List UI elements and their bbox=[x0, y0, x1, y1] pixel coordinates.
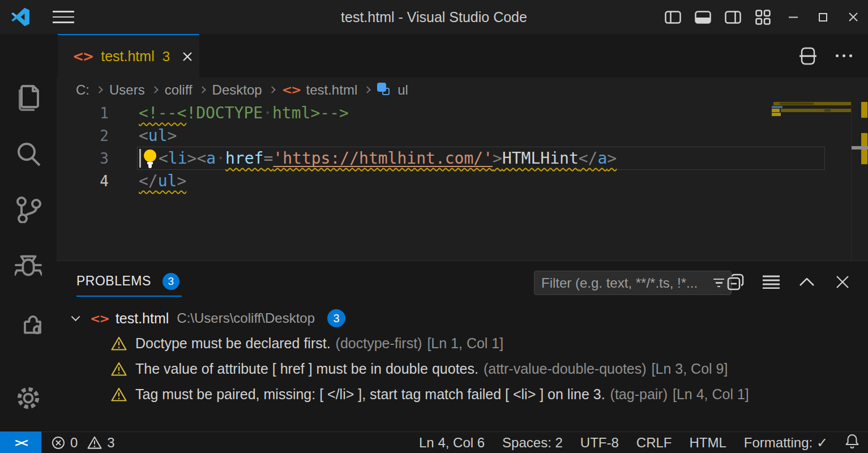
warning-icon bbox=[111, 362, 127, 376]
breadcrumb-users[interactable]: Users bbox=[109, 82, 145, 98]
problems-filter bbox=[534, 271, 732, 295]
close-panel-button[interactable] bbox=[834, 273, 851, 290]
problem-location: [Ln 1, Col 1] bbox=[427, 335, 503, 352]
chevron-right-icon bbox=[364, 86, 371, 93]
status-indentation[interactable]: Spaces: 2 bbox=[502, 435, 563, 451]
problems-panel: PROBLEMS 3 <> test.html C:\Users\coliff bbox=[57, 260, 868, 431]
breadcrumb-file[interactable]: test.html bbox=[306, 82, 358, 98]
problem-rule: (doctype-first) bbox=[336, 335, 422, 352]
problem-message: Doctype must be declared first. bbox=[135, 335, 331, 352]
breadcrumb-desktop[interactable]: Desktop bbox=[212, 82, 262, 98]
close-icon bbox=[182, 52, 193, 62]
tab-problems[interactable]: PROBLEMS 3 bbox=[76, 270, 182, 297]
toggle-primary-sidebar-button[interactable] bbox=[658, 0, 688, 34]
split-editor-button[interactable] bbox=[799, 48, 816, 65]
customize-layout-button[interactable] bbox=[748, 0, 778, 34]
remote-indicator[interactable]: >< bbox=[0, 431, 41, 453]
status-language[interactable]: HTML bbox=[690, 435, 726, 451]
toggle-secondary-sidebar-button[interactable] bbox=[718, 0, 748, 34]
symbol-element-icon bbox=[377, 83, 392, 97]
maximize-panel-button[interactable] bbox=[798, 273, 815, 290]
problem-location: [Ln 3, Col 9] bbox=[652, 361, 728, 377]
remote-icon: >< bbox=[15, 435, 27, 450]
toggle-panel-button[interactable] bbox=[688, 0, 718, 34]
problems-count-badge: 3 bbox=[163, 273, 179, 290]
problem-row[interactable]: The value of attribute [ href ] must be … bbox=[111, 358, 728, 379]
status-formatting[interactable]: Formatting: ✓ bbox=[744, 435, 828, 451]
list-lines-icon bbox=[763, 275, 780, 289]
status-eol[interactable]: CRLF bbox=[636, 435, 672, 451]
overview-ruler bbox=[851, 102, 868, 260]
warning-icon bbox=[111, 336, 127, 351]
code-editor[interactable]: 1 2 3 4 <!--<!DOCTYPE·html>--> <ul> <li>… bbox=[57, 102, 868, 260]
problem-row[interactable]: Doctype must be declared first. (doctype… bbox=[111, 332, 503, 354]
line-number-active: 4 bbox=[75, 170, 109, 193]
problem-rule: (attr-value-double-quotes) bbox=[484, 361, 647, 377]
status-problems-button[interactable]: 0 3 bbox=[52, 432, 115, 453]
check-icon: ✓ bbox=[816, 435, 828, 450]
problems-file-row[interactable]: <> test.html C:\Users\coliff\Desktop 3 bbox=[72, 307, 345, 329]
close-icon bbox=[849, 12, 858, 22]
chevron-right-icon bbox=[151, 86, 159, 93]
maximize-icon bbox=[819, 13, 827, 22]
tab-close-button[interactable] bbox=[180, 49, 195, 64]
warning-count-icon bbox=[87, 436, 102, 449]
run-debug-icon[interactable] bbox=[15, 253, 42, 280]
ruler-warning-marker bbox=[861, 102, 867, 118]
notifications-bell-button[interactable] bbox=[845, 434, 859, 452]
sidebar-left-icon bbox=[665, 11, 681, 24]
minimap[interactable] bbox=[772, 102, 851, 260]
problems-file-path: C:\Users\coliff\Desktop bbox=[177, 310, 315, 326]
problem-message: Tag must be paired, missing: [ </li> ], … bbox=[135, 386, 605, 403]
explorer-icon[interactable] bbox=[15, 84, 42, 111]
tab-bar: <> test.html 3 bbox=[57, 34, 868, 78]
breadcrumb: C: Users coliff Desktop <> test.html ul bbox=[57, 78, 868, 102]
line-number: 2 bbox=[75, 125, 109, 147]
bell-icon bbox=[845, 434, 859, 448]
title-bar: test.html - Visual Studio Code bbox=[0, 0, 868, 34]
line-number: 3 bbox=[75, 147, 109, 170]
minimap-line-3-marker bbox=[772, 109, 780, 112]
problem-message: The value of attribute [ href ] must be … bbox=[135, 361, 478, 377]
code-line-1: <!--<!DOCTYPE·html>--> bbox=[139, 102, 349, 125]
html-file-icon: <> bbox=[90, 311, 109, 326]
collapse-all-button[interactable] bbox=[727, 273, 744, 290]
chevron-up-icon bbox=[799, 278, 814, 286]
code-line-4: </ul> bbox=[139, 170, 186, 193]
extensions-icon[interactable] bbox=[15, 308, 42, 335]
filter-icon[interactable] bbox=[713, 279, 724, 288]
sidebar-right-icon bbox=[725, 11, 741, 24]
html-file-icon: <> bbox=[72, 49, 93, 65]
settings-gear-icon[interactable] bbox=[15, 384, 42, 412]
ruler-cursor-marker bbox=[852, 146, 868, 149]
maximize-button[interactable] bbox=[808, 0, 838, 34]
tab-test-html[interactable]: <> test.html 3 bbox=[58, 34, 199, 78]
minimap-line-3-text bbox=[824, 109, 831, 112]
breadcrumb-drive[interactable]: C: bbox=[76, 82, 89, 98]
problem-location: [Ln 4, Col 1] bbox=[673, 386, 749, 403]
code-line-2: <ul> bbox=[139, 125, 177, 147]
file-problem-badge: 3 bbox=[327, 309, 345, 327]
breadcrumb-coliff[interactable]: coliff bbox=[165, 82, 193, 98]
search-icon[interactable] bbox=[15, 140, 42, 168]
layout-grid-icon bbox=[755, 10, 771, 25]
problem-row[interactable]: Tag must be paired, missing: [ </li> ], … bbox=[111, 383, 749, 405]
breadcrumb-symbol[interactable]: ul bbox=[397, 82, 408, 98]
html-file-icon: <> bbox=[282, 83, 301, 97]
problems-file-name: test.html bbox=[116, 310, 169, 327]
status-encoding[interactable]: UTF-8 bbox=[580, 435, 619, 451]
warning-count: 3 bbox=[107, 435, 114, 451]
minimize-button[interactable] bbox=[778, 0, 808, 34]
close-window-button[interactable] bbox=[838, 0, 868, 34]
status-line-col[interactable]: Ln 4, Col 6 bbox=[419, 435, 485, 451]
filter-input[interactable] bbox=[541, 275, 709, 291]
lightbulb-icon[interactable] bbox=[142, 148, 159, 169]
collapse-all-icon bbox=[727, 273, 744, 290]
view-as-table-button[interactable] bbox=[763, 273, 780, 290]
problem-rule: (tag-pair) bbox=[610, 386, 668, 403]
more-actions-button[interactable] bbox=[832, 51, 856, 61]
source-control-icon[interactable] bbox=[15, 196, 42, 223]
chevron-down-icon bbox=[71, 312, 80, 321]
line-number: 1 bbox=[75, 102, 109, 125]
status-bar: >< 0 3 Ln 4, Col 6 Spaces: 2 UTF-8 CRLF … bbox=[0, 431, 868, 453]
